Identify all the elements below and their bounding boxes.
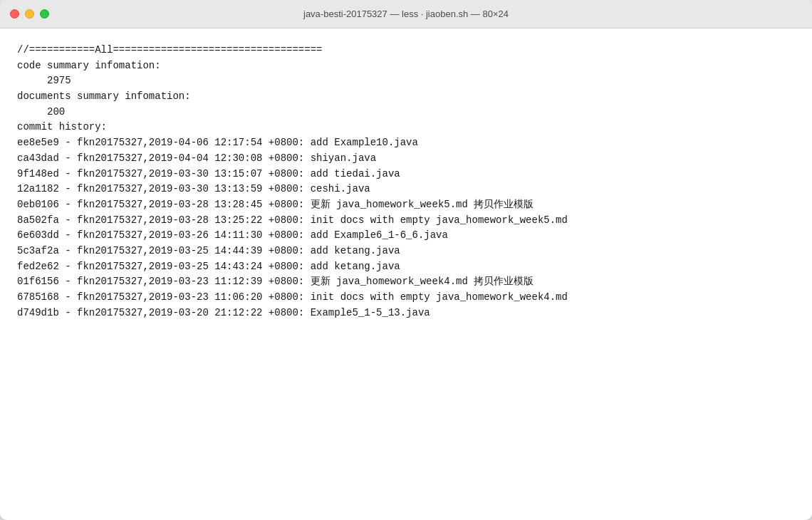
terminal-line: fed2e62 - fkn20175327,2019-03-25 14:43:2… — [17, 259, 795, 275]
terminal-line: 2975 — [17, 73, 795, 89]
terminal-line: commit history: — [17, 120, 795, 135]
terminal-line: 8a502fa - fkn20175327,2019-03-28 13:25:2… — [17, 213, 795, 229]
terminal-line: ee8e5e9 - fkn20175327,2019-04-06 12:17:5… — [17, 135, 795, 151]
terminal-line: 12a1182 - fkn20175327,2019-03-30 13:13:5… — [17, 182, 795, 197]
close-button[interactable] — [10, 9, 19, 19]
maximize-button[interactable] — [40, 9, 49, 19]
terminal-line: ca43dad - fkn20175327,2019-04-04 12:30:0… — [17, 151, 795, 167]
window-title: java-besti-20175327 — less · jiaoben.sh … — [303, 9, 509, 19]
terminal-line: documents summary infomation: — [17, 89, 795, 105]
terminal-body[interactable]: //===========All========================… — [0, 28, 812, 520]
terminal-line: code summary infomation: — [17, 58, 795, 74]
terminal-output: //===========All========================… — [17, 43, 795, 321]
titlebar: java-besti-20175327 — less · jiaoben.sh … — [0, 0, 812, 28]
traffic-lights — [10, 9, 49, 19]
minimize-button[interactable] — [25, 9, 34, 19]
terminal-line: 6e603dd - fkn20175327,2019-03-26 14:11:3… — [17, 228, 795, 244]
terminal-window: java-besti-20175327 — less · jiaoben.sh … — [0, 0, 812, 520]
terminal-line: d749d1b - fkn20175327,2019-03-20 21:12:2… — [17, 306, 795, 321]
terminal-line: 200 — [17, 105, 795, 120]
terminal-line: 5c3af2a - fkn20175327,2019-03-25 14:44:3… — [17, 244, 795, 259]
terminal-line: //===========All========================… — [17, 43, 795, 58]
terminal-line: 01f6156 - fkn20175327,2019-03-23 11:12:3… — [17, 274, 795, 290]
terminal-line: 9f148ed - fkn20175327,2019-03-30 13:15:0… — [17, 167, 795, 182]
terminal-line: 6785168 - fkn20175327,2019-03-23 11:06:2… — [17, 290, 795, 306]
terminal-line: 0eb0106 - fkn20175327,2019-03-28 13:28:4… — [17, 197, 795, 213]
